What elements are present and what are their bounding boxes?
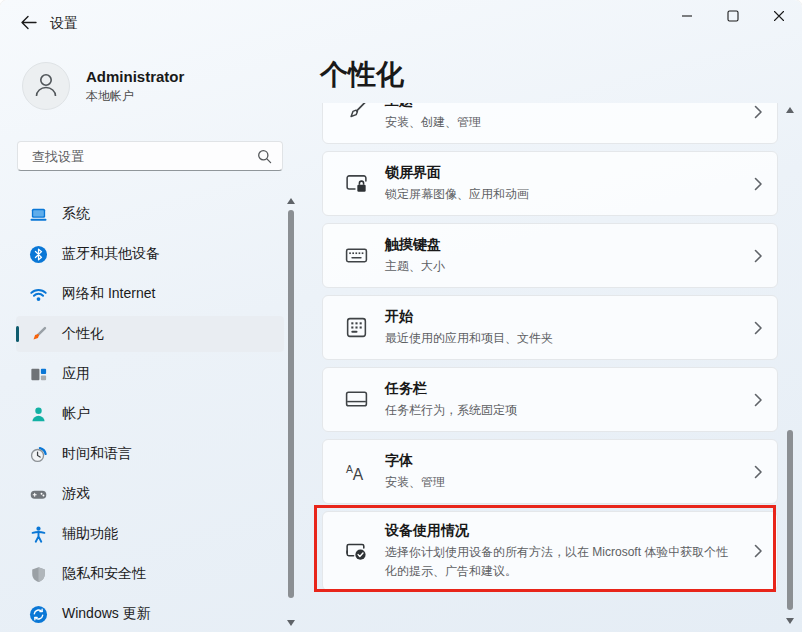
main-scrollbar[interactable] bbox=[784, 105, 796, 626]
card-desc: 主题、大小 bbox=[385, 257, 445, 276]
profile-account-type: 本地帐户 bbox=[86, 88, 184, 105]
search-input[interactable] bbox=[30, 148, 257, 165]
sidebar-nav: 系统 蓝牙和其他设备 网络和 Internet 个性化 bbox=[16, 196, 284, 632]
sidebar-item-system[interactable]: 系统 bbox=[16, 196, 284, 232]
chevron-right-icon bbox=[754, 177, 763, 191]
chevron-right-icon bbox=[754, 393, 763, 407]
app-title: 设置 bbox=[50, 15, 78, 33]
svg-text:A: A bbox=[352, 466, 363, 483]
accessibility-person-icon bbox=[29, 525, 48, 544]
scroll-down-arrow[interactable] bbox=[287, 620, 295, 626]
card-touch-keyboard[interactable]: 触摸键盘 主题、大小 bbox=[322, 223, 778, 288]
card-title: 设备使用情况 bbox=[385, 522, 737, 540]
avatar bbox=[22, 62, 70, 110]
maximize-icon bbox=[727, 8, 739, 26]
card-device-usage[interactable]: 设备使用情况 选择你计划使用设备的所有方法，以在 Microsoft 体验中获取… bbox=[322, 511, 778, 591]
personalization-brush-icon bbox=[29, 325, 48, 344]
back-button[interactable] bbox=[13, 10, 43, 38]
card-taskbar[interactable]: 任务栏 任务栏行为，系统固定项 bbox=[322, 367, 778, 432]
network-wifi-icon bbox=[29, 285, 48, 304]
settings-window: 设置 Administrator 本地帐户 bbox=[0, 0, 802, 632]
search-box bbox=[17, 141, 283, 171]
titlebar: 设置 bbox=[0, 0, 802, 48]
chevron-right-icon bbox=[754, 465, 763, 479]
start-menu-icon bbox=[343, 315, 369, 341]
card-desc: 选择你计划使用设备的所有方法，以在 Microsoft 体验中获取个性化的提示、… bbox=[385, 543, 737, 580]
sidebar-item-bluetooth-devices[interactable]: 蓝牙和其他设备 bbox=[16, 236, 284, 272]
card-start[interactable]: 开始 最近使用的应用和项目、文件夹 bbox=[322, 295, 778, 360]
scroll-up-arrow[interactable] bbox=[287, 198, 295, 204]
main-content: 个性化 主题 安装、创建、管理 锁屏界面 bbox=[300, 48, 802, 632]
chevron-right-icon bbox=[754, 544, 763, 558]
sidebar-item-personalization[interactable]: 个性化 bbox=[16, 316, 284, 352]
card-title: 开始 bbox=[385, 308, 553, 326]
sidebar-item-label: 游戏 bbox=[62, 485, 90, 503]
touch-keyboard-icon bbox=[343, 243, 369, 269]
card-desc: 最近使用的应用和项目、文件夹 bbox=[385, 329, 553, 348]
scrollbar-thumb[interactable] bbox=[787, 430, 793, 610]
sidebar-item-label: 辅助功能 bbox=[62, 525, 118, 543]
theme-brush-icon bbox=[343, 103, 369, 125]
person-icon bbox=[31, 69, 61, 103]
card-desc: 任务栏行为，系统固定项 bbox=[385, 401, 517, 420]
sidebar-item-accounts[interactable]: 帐户 bbox=[16, 396, 284, 432]
sidebar-item-label: 隐私和安全性 bbox=[62, 565, 146, 583]
lock-screen-icon bbox=[343, 171, 369, 197]
sidebar: Administrator 本地帐户 系统 蓝牙和其他设备 bbox=[0, 48, 300, 632]
card-desc: 锁定屏幕图像、应用和动画 bbox=[385, 185, 529, 204]
sidebar-item-label: 个性化 bbox=[62, 325, 104, 343]
page-title: 个性化 bbox=[320, 56, 404, 94]
card-theme[interactable]: 主题 安装、创建、管理 bbox=[322, 103, 778, 144]
card-desc: 安装、管理 bbox=[385, 473, 445, 492]
sidebar-item-accessibility[interactable]: 辅助功能 bbox=[16, 516, 284, 552]
sidebar-scrollbar[interactable] bbox=[285, 196, 297, 628]
chevron-right-icon bbox=[754, 105, 763, 119]
back-arrow-icon bbox=[20, 15, 37, 34]
sidebar-item-label: 蓝牙和其他设备 bbox=[62, 245, 160, 263]
card-lock-screen[interactable]: 锁屏界面 锁定屏幕图像、应用和动画 bbox=[322, 151, 778, 216]
card-desc: 安装、创建、管理 bbox=[385, 113, 481, 132]
chevron-right-icon bbox=[754, 249, 763, 263]
chevron-right-icon bbox=[754, 321, 763, 335]
scrollbar-thumb[interactable] bbox=[288, 210, 294, 598]
close-button[interactable] bbox=[756, 0, 802, 34]
sidebar-item-network-internet[interactable]: 网络和 Internet bbox=[16, 276, 284, 312]
sidebar-item-label: 系统 bbox=[62, 205, 90, 223]
profile-name: Administrator bbox=[86, 68, 184, 85]
profile[interactable]: Administrator 本地帐户 bbox=[22, 62, 184, 110]
privacy-shield-icon bbox=[29, 565, 48, 584]
time-language-clock-icon bbox=[29, 445, 48, 464]
sidebar-item-time-language[interactable]: 时间和语言 bbox=[16, 436, 284, 472]
scroll-down-arrow[interactable] bbox=[786, 618, 794, 624]
sidebar-item-gaming[interactable]: 游戏 bbox=[16, 476, 284, 512]
maximize-button[interactable] bbox=[710, 0, 756, 34]
sidebar-item-label: 帐户 bbox=[62, 405, 90, 423]
bluetooth-icon bbox=[29, 245, 48, 264]
minimize-button[interactable] bbox=[664, 0, 710, 34]
device-usage-icon bbox=[343, 538, 369, 564]
system-icon bbox=[29, 205, 48, 224]
minimize-icon bbox=[681, 8, 693, 26]
window-controls bbox=[664, 0, 802, 34]
card-fonts[interactable]: AA 字体 安装、管理 bbox=[322, 439, 778, 504]
apps-icon bbox=[29, 365, 48, 384]
close-icon bbox=[773, 8, 785, 26]
scroll-up-arrow[interactable] bbox=[786, 107, 794, 113]
card-title: 锁屏界面 bbox=[385, 164, 529, 182]
sidebar-item-apps[interactable]: 应用 bbox=[16, 356, 284, 392]
settings-cards: 主题 安装、创建、管理 锁屏界面 锁定屏幕图像、应用和动画 bbox=[322, 103, 778, 632]
accounts-person-icon bbox=[29, 405, 48, 424]
card-title: 触摸键盘 bbox=[385, 236, 445, 254]
sidebar-item-privacy-security[interactable]: 隐私和安全性 bbox=[16, 556, 284, 592]
sidebar-item-label: 时间和语言 bbox=[62, 445, 132, 463]
sidebar-item-label: 网络和 Internet bbox=[62, 285, 155, 303]
taskbar-icon bbox=[343, 387, 369, 413]
sidebar-item-windows-update[interactable]: Windows 更新 bbox=[16, 596, 284, 632]
sidebar-item-label: 应用 bbox=[62, 365, 90, 383]
windows-update-icon bbox=[29, 605, 48, 624]
gaming-gamepad-icon bbox=[29, 485, 48, 504]
fonts-icon: AA bbox=[343, 459, 369, 485]
card-title: 任务栏 bbox=[385, 380, 517, 398]
card-title: 主题 bbox=[385, 103, 481, 110]
search-icon[interactable] bbox=[257, 149, 272, 164]
